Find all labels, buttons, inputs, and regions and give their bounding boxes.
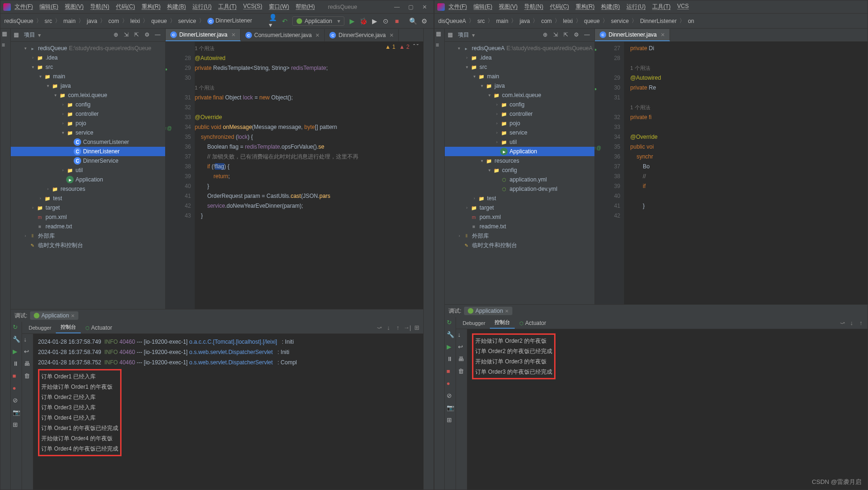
step-out-icon[interactable]: ↑ [856, 319, 866, 326]
tree-node[interactable]: ▾▸redisQueueE:\study\redis-queue\redisQu… [11, 44, 165, 53]
breadcrumb[interactable]: disQueueA〉src〉main〉java〉com〉leixi〉queue〉… [438, 17, 694, 25]
wrap-icon[interactable]: ↩ [458, 343, 465, 351]
close-icon[interactable]: ✕ [422, 4, 429, 10]
locate-icon[interactable]: ⊕ [543, 31, 550, 39]
menu-item[interactable]: 工具(T) [652, 3, 670, 11]
step-into-icon[interactable]: ↓ [847, 319, 856, 326]
breadcrumb-item[interactable]: service [611, 18, 629, 24]
camera-icon[interactable]: 📷 [447, 404, 454, 412]
mute-bp-icon[interactable]: ⊘ [447, 392, 454, 400]
menu-item[interactable]: 构建(B) [167, 3, 186, 11]
close-tab-icon[interactable]: ✕ [231, 32, 236, 38]
debug-subtabs[interactable]: Debugger 控制台 ⬡Actuator ⤻ ↓ ↑ [456, 317, 868, 329]
tree-node[interactable]: CConsumerListener [11, 137, 165, 147]
tree-node[interactable]: ▾📁java [11, 81, 165, 90]
tree-node[interactable]: ›⫴外部库 [445, 231, 594, 241]
settings-icon[interactable]: ⚙ [145, 31, 152, 39]
project-tool-icon[interactable]: ▦ [2, 30, 9, 38]
menu-item[interactable]: 代码(C) [550, 3, 569, 11]
debug-config-tab[interactable]: Application✕ [30, 311, 78, 320]
rerun-icon[interactable]: ↻ [447, 319, 454, 326]
project-tool-icon[interactable]: ▦ [436, 30, 443, 38]
tree-node[interactable]: ▾📁main [11, 72, 165, 81]
tree-node[interactable]: ≡readme.txt [445, 222, 594, 231]
editor-tabs[interactable]: CDinnerListener.java✕ [595, 29, 868, 42]
expand-icon[interactable]: ⇲ [553, 31, 561, 39]
code-area[interactable]: ▲ 1 ▲ 2 ˆ ˇ 28●2930313233↑@3435363738394… [166, 42, 423, 309]
menu-item[interactable]: 代码(C) [116, 3, 135, 11]
tab-actuator[interactable]: ⬡Actuator [81, 323, 117, 333]
breadcrumb-item[interactable]: queue [584, 18, 600, 24]
tree-node[interactable]: ✎临时文件和控制台 [445, 241, 594, 250]
left-tool-strip[interactable]: ▦ ≡ [0, 29, 11, 490]
menu-item[interactable]: 重构(R) [142, 3, 161, 11]
scroll-icon[interactable]: ↓ [458, 331, 465, 339]
tree-node[interactable]: ›📁service [445, 128, 594, 137]
right-tool-strip[interactable] [423, 29, 434, 490]
breadcrumb-item[interactable]: leixi [563, 18, 573, 24]
back-icon[interactable]: ↶ [280, 16, 289, 26]
tree-node[interactable]: ▾📁main [445, 72, 594, 81]
collapse-icon[interactable]: ⇱ [134, 31, 142, 39]
menu-item[interactable]: 文件(F) [449, 3, 467, 11]
menu-item[interactable]: 重构(R) [576, 3, 595, 11]
wrench-icon[interactable]: 🔧 [447, 331, 454, 339]
debug-icon[interactable]: 🐞 [358, 16, 368, 26]
tree-node[interactable]: ▾📁com.leixi.queue [11, 90, 165, 100]
hide-icon[interactable]: — [584, 31, 592, 39]
search-icon[interactable]: 🔍 [408, 16, 418, 26]
main-menu[interactable]: 文件(F)编辑(E)视图(V)导航(N)代码(C)重构(R)构建(B)运行(U)… [15, 3, 315, 11]
console-toolbar[interactable]: ↓ ↩ 🖶 🗑 [22, 334, 33, 490]
debug-toolbar[interactable]: ↻ 🔧 ▶ ⏸ ■ ● ⊘ 📷 ⊞ [11, 322, 22, 490]
tree-node[interactable]: ›📁target [445, 203, 594, 212]
inspection-widget[interactable]: ▲ 1 ▲ 2 ˆ ˇ [385, 44, 419, 50]
stop-icon[interactable]: ■ [447, 368, 454, 375]
debug-config-tab[interactable]: Application✕ [464, 307, 512, 315]
tree-node[interactable]: ›📁controller [445, 109, 594, 119]
profile-icon[interactable]: ⊙ [381, 16, 390, 26]
left-tool-strip[interactable]: ▦ ≡ [434, 29, 445, 490]
breadcrumb-item[interactable]: service [178, 18, 196, 24]
tree-node[interactable]: ›📁resources [11, 184, 165, 194]
breadcrumb-item[interactable]: main [496, 18, 508, 24]
tree-node[interactable]: ▾📁resources [445, 156, 594, 166]
menu-item[interactable]: 构建(B) [601, 3, 620, 11]
menu-item[interactable]: 运行(U) [192, 3, 212, 11]
tree-node[interactable]: ›📁test [445, 194, 594, 203]
run-config-selector[interactable]: Application▾ [292, 16, 344, 26]
tree-node[interactable]: ›📁pojo [445, 119, 594, 128]
tree-node[interactable]: ▾📁src [445, 62, 594, 72]
tab-actuator[interactable]: ⬡Actuator [515, 318, 551, 328]
maximize-icon[interactable]: ▢ [408, 4, 415, 10]
user-icon[interactable]: 👤▾ [269, 16, 278, 26]
layout-icon[interactable]: ⊞ [447, 416, 454, 424]
minimize-icon[interactable]: — [394, 4, 401, 10]
breadcrumb-item[interactable]: redisQueue [4, 18, 33, 24]
tree-node[interactable]: ▸Application [445, 147, 594, 156]
expand-icon[interactable]: ⇲ [124, 31, 131, 39]
console-output[interactable]: 开始做订单 Order2 的年夜饭订单 Order2 的年夜饭已经完成开始做订单… [467, 329, 868, 490]
console-output[interactable]: 2024-01-28 16:37:58.749 INFO 40460 --- [… [33, 334, 423, 490]
menu-item[interactable]: 运行(U) [626, 3, 646, 11]
tree-node[interactable]: CDinnerListener [11, 147, 165, 156]
scroll-icon[interactable]: ↓ [24, 336, 31, 343]
resume-icon[interactable]: ▶ [13, 348, 20, 355]
tree-node[interactable]: ▾📁com.leixi.queue [445, 90, 594, 100]
breadcrumb-item[interactable]: com [541, 18, 552, 24]
breadcrumb-item[interactable]: main [63, 18, 76, 24]
wrench-icon[interactable]: 🔧 [13, 336, 20, 343]
tree-node[interactable]: mpom.xml [11, 212, 165, 222]
breadcrumb-item[interactable]: on [688, 18, 694, 24]
menu-item[interactable]: 帮助(H) [296, 3, 315, 11]
tree-node[interactable]: ⬡application.yml [445, 175, 594, 184]
menu-item[interactable]: VCS(S) [243, 3, 262, 11]
breadcrumb-item[interactable]: src [45, 18, 52, 24]
menu-item[interactable]: VCS [677, 3, 689, 11]
project-tree[interactable]: ▾▸redisQueueE:\study\redis-queue\redisQu… [11, 42, 165, 309]
tree-node[interactable]: mpom.xml [445, 212, 594, 222]
structure-tool-icon[interactable]: ≡ [436, 42, 443, 49]
editor-tab[interactable]: CDinnerListener.java✕ [166, 29, 241, 41]
run-icon[interactable]: ▶ [347, 16, 357, 26]
collapse-icon[interactable]: ⇱ [563, 31, 571, 39]
editor-tab[interactable]: CDinnerListener.java✕ [595, 29, 670, 41]
